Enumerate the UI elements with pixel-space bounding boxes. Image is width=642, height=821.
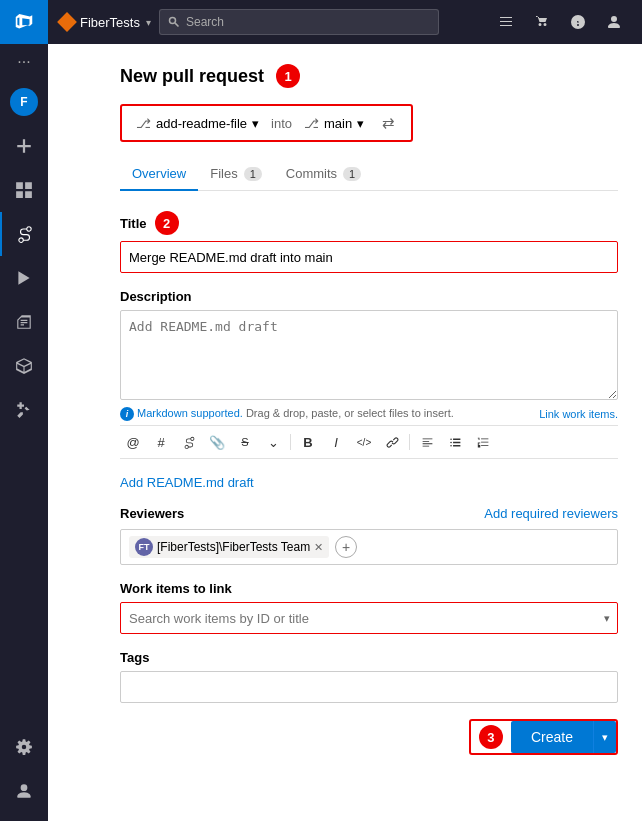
toolbar-attach-button[interactable]: 📎 <box>204 430 230 454</box>
svg-point-4 <box>450 444 452 446</box>
extensions-icon <box>15 401 33 419</box>
info-icon: i <box>120 407 134 421</box>
toolbar-pr-button[interactable] <box>176 430 202 454</box>
toolbar-separator-2 <box>409 434 410 450</box>
avatar: F <box>10 88 38 116</box>
user-profile-icon[interactable] <box>598 6 630 38</box>
source-branch-name: add-readme-file <box>156 116 247 131</box>
link-icon <box>386 436 399 449</box>
search-icon <box>168 16 180 28</box>
toolbar-link-button[interactable] <box>379 430 405 454</box>
sidebar-item-artifacts[interactable] <box>0 344 48 388</box>
artifacts-icon <box>15 357 33 375</box>
link-work-items-link[interactable]: Link work items. <box>539 408 618 420</box>
toolbar-bold-button[interactable]: B <box>295 430 321 454</box>
sidebar-item-settings[interactable] <box>0 725 48 769</box>
plus-icon <box>15 137 33 155</box>
tabs-nav: Overview Files 1 Commits 1 <box>120 158 618 191</box>
toolbar-align-button[interactable] <box>414 430 440 454</box>
repos-icon <box>16 225 34 243</box>
svg-point-2 <box>450 438 452 440</box>
toolbar-code-button[interactable]: </> <box>351 430 377 454</box>
cart-icon[interactable] <box>526 6 558 38</box>
add-required-reviewers-link[interactable]: Add required reviewers <box>484 506 618 521</box>
reviewers-header: Reviewers Add required reviewers <box>120 506 618 521</box>
reviewer-name: [FiberTests]\FiberTests Team <box>157 540 310 554</box>
sidebar-item-repos[interactable] <box>0 212 48 256</box>
draft-link[interactable]: Add README.md draft <box>120 475 618 490</box>
page-title: New pull request <box>120 66 264 87</box>
toolbar-italic-button[interactable]: I <box>323 430 349 454</box>
list-icon[interactable] <box>490 6 522 38</box>
topbar-brand[interactable]: FiberTests ▾ <box>60 15 151 30</box>
reviewer-remove-button[interactable]: ✕ <box>314 541 323 554</box>
target-branch-caret: ▾ <box>357 116 364 131</box>
title-input[interactable] <box>120 241 618 273</box>
markdown-note-text: Drag & drop, paste, or select files to i… <box>246 407 454 419</box>
svg-point-0 <box>169 18 175 24</box>
sidebar-item-pipelines[interactable] <box>0 256 48 300</box>
sidebar-top: ··· F <box>0 0 48 432</box>
toolbar-ol-button[interactable] <box>470 430 496 454</box>
work-items-input[interactable] <box>120 602 618 634</box>
description-section: Description i Markdown supported. Drag &… <box>120 289 618 459</box>
tags-input[interactable] <box>120 671 618 703</box>
branch-icon-target: ⎇ <box>304 116 319 131</box>
source-branch-caret: ▾ <box>252 116 259 131</box>
toolbar-hash-button[interactable]: # <box>148 430 174 454</box>
source-branch-button[interactable]: ⎇ add-readme-file ▾ <box>132 114 263 133</box>
sidebar-item-add[interactable] <box>0 124 48 168</box>
markdown-link[interactable]: Markdown supported. <box>137 407 243 419</box>
tab-files-label: Files <box>210 166 237 181</box>
toolbar-separator-1 <box>290 434 291 450</box>
description-label: Description <box>120 289 618 304</box>
toolbar-ul-button[interactable] <box>442 430 468 454</box>
swap-branches-button[interactable]: ⇄ <box>376 112 401 134</box>
user-icon <box>15 782 33 800</box>
toolbar-chevron-button[interactable]: ⌄ <box>260 430 286 454</box>
sidebar-logo[interactable] <box>0 0 48 44</box>
azure-devops-logo-icon <box>13 11 35 33</box>
create-button[interactable]: Create <box>511 721 593 753</box>
tags-label: Tags <box>120 650 618 665</box>
sidebar: ··· F <box>0 0 48 821</box>
sidebar-item-user[interactable] <box>0 769 48 813</box>
add-reviewer-button[interactable]: + <box>335 536 357 558</box>
sidebar-item-boards[interactable] <box>0 168 48 212</box>
testplans-icon <box>15 313 33 331</box>
main-content: New pull request 1 ⎇ add-readme-file ▾ i… <box>96 44 642 821</box>
align-icon <box>421 436 434 449</box>
profile-icon <box>606 14 622 30</box>
tab-commits[interactable]: Commits 1 <box>274 158 373 191</box>
sidebar-item-extensions[interactable] <box>0 388 48 432</box>
toolbar-strikethrough-button[interactable]: S <box>232 430 258 454</box>
target-branch-button[interactable]: ⎇ main ▾ <box>300 114 368 133</box>
tab-commits-label: Commits <box>286 166 337 181</box>
reviewers-label: Reviewers <box>120 506 184 521</box>
create-button-group: 3 Create ▾ <box>469 719 618 755</box>
help-icon[interactable] <box>562 6 594 38</box>
toolbar-at-button[interactable]: @ <box>120 430 146 454</box>
work-items-wrapper: ▾ <box>120 602 618 634</box>
hamburger-icon[interactable]: ··· <box>0 44 48 80</box>
search-bar[interactable]: Search <box>159 9 439 35</box>
tab-files[interactable]: Files 1 <box>198 158 274 191</box>
markdown-note: i Markdown supported. Drag & drop, paste… <box>120 407 618 421</box>
svg-line-1 <box>175 23 178 26</box>
pr-icon <box>183 436 196 449</box>
footer: 3 Create ▾ <box>120 719 618 755</box>
reviewer-avatar: FT <box>135 538 153 556</box>
work-items-section: Work items to link ▾ <box>120 581 618 634</box>
sidebar-item-testplans[interactable] <box>0 300 48 344</box>
branch-icon-source: ⎇ <box>136 116 151 131</box>
reviewers-section: Reviewers Add required reviewers FT [Fib… <box>120 506 618 565</box>
topbar: FiberTests ▾ Search <box>48 0 642 44</box>
user-avatar-nav[interactable]: F <box>0 80 48 124</box>
question-icon <box>570 14 586 30</box>
create-dropdown-button[interactable]: ▾ <box>593 721 616 753</box>
tab-overview[interactable]: Overview <box>120 158 198 191</box>
pipelines-icon <box>15 269 33 287</box>
page-header: New pull request 1 <box>120 64 618 88</box>
reviewer-tag: FT [FiberTests]\FiberTests Team ✕ <box>129 536 329 558</box>
description-textarea[interactable] <box>120 310 618 400</box>
